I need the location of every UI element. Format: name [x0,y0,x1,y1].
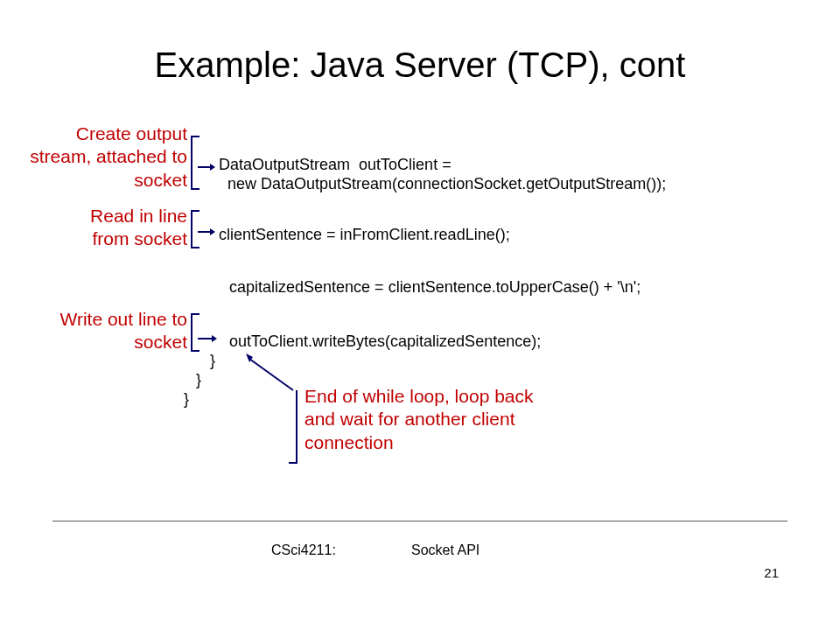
annotation-write-line: Write out line to socket [52,308,187,354]
arrow-icon [198,228,215,236]
divider [52,521,788,522]
code-brace: } [210,352,215,370]
annotation-read-line: Read in line from socket [52,205,187,251]
code-line: new DataOutputStream(connectionSocket.ge… [219,175,666,193]
arrow-icon [198,334,217,343]
code-line: clientSentence = inFromClient.readLine()… [219,226,510,244]
footer-topic: Socket API [411,542,480,558]
svg-marker-5 [212,335,217,342]
code-line: capitalizedSentence = clientSentence.toU… [229,278,640,297]
page-number: 21 [764,565,779,580]
svg-marker-1 [210,164,215,171]
code-line: outToClient.writeBytes(capitalizedSenten… [229,332,541,351]
code-brace: } [196,371,201,389]
svg-line-6 [249,359,293,390]
code-brace: } [184,390,189,409]
slide-title: Example: Java Server (TCP), cont [0,46,840,85]
arrow-icon [241,350,302,394]
footer-course: CSci4211: [271,542,336,558]
arrow-icon [198,163,215,172]
code-line: DataOutputStream outToClient = [219,156,452,174]
bracket-icon [289,390,298,464]
annotation-output-stream: Create output stream, attached to socket [30,122,187,192]
bracket-icon [191,313,200,352]
annotation-end-loop: End of while loop, loop back and wait fo… [304,385,567,454]
svg-marker-3 [210,228,215,235]
